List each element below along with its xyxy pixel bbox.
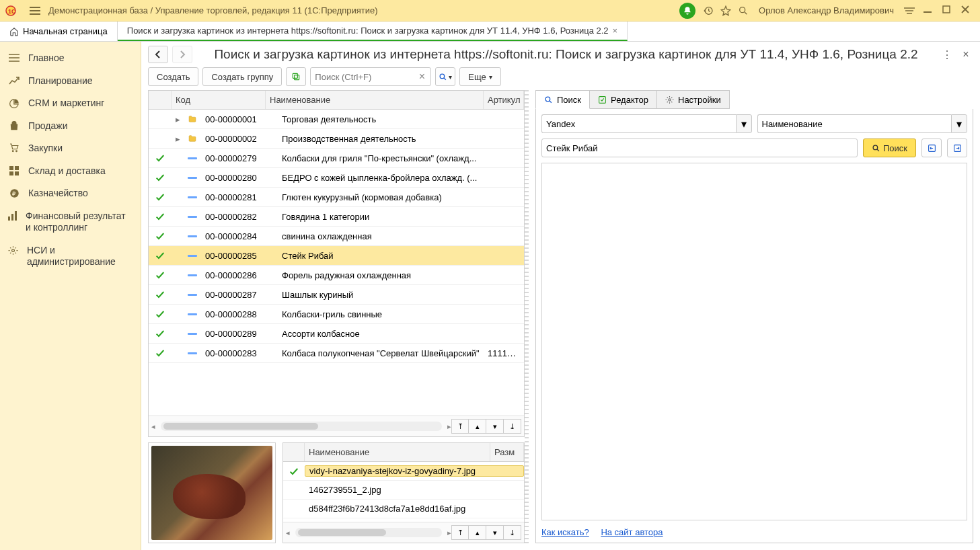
row-name: БЕДРО с кожей цыпленка-бройлера охлажд. …: [278, 173, 484, 183]
link-author[interactable]: На сайт автора: [601, 527, 663, 537]
col-name[interactable]: Наименование: [266, 91, 484, 109]
col-mark[interactable]: [149, 91, 172, 109]
scroll-down-button[interactable]: ▾: [486, 419, 504, 434]
files-scroll-top-button[interactable]: ⤒: [451, 525, 469, 540]
nav-forward-button[interactable]: [172, 46, 192, 63]
nav-item-purchases[interactable]: Закупки: [0, 137, 141, 160]
files-h-scrollbar[interactable]: [295, 528, 442, 537]
item-icon: [184, 333, 201, 335]
page-close-icon[interactable]: ×: [958, 48, 973, 61]
section-nav: Главное Планирование CRM и маркетинг Про…: [0, 42, 141, 550]
svg-text:1C: 1C: [8, 8, 16, 15]
nav-item-finance[interactable]: Финансовый результат и контроллинг: [0, 205, 141, 239]
copy-button[interactable]: [286, 67, 306, 86]
svg-point-17: [12, 151, 13, 152]
table-row[interactable]: ▸00-00000002Производственная деятельност…: [149, 129, 524, 149]
export-button[interactable]: [947, 139, 967, 157]
files-scroll-up-button[interactable]: ▴: [469, 525, 486, 540]
col-code[interactable]: Код: [172, 91, 266, 109]
table-row[interactable]: ▸00-00000279Колбаски для гриля "По-крест…: [149, 149, 524, 168]
window-close-icon[interactable]: [956, 5, 975, 15]
notifications-icon[interactable]: [679, 3, 695, 19]
file-row[interactable]: d584ff23f6b72413d8cfa7a1e8dd16af.jpg: [283, 500, 524, 518]
tab-close-icon[interactable]: ×: [613, 26, 618, 36]
row-name: Ассорти колбасное: [278, 329, 484, 339]
bag-icon: [8, 120, 20, 131]
scroll-top-button[interactable]: ⤒: [451, 419, 469, 434]
nav-label: CRM и маркетинг: [28, 97, 104, 110]
col-article[interactable]: Артикул: [484, 91, 524, 109]
expand-icon[interactable]: ▸: [172, 114, 184, 124]
row-name: Колбаски для гриля "По-крестьянски" (охл…: [278, 153, 484, 163]
history-icon[interactable]: [700, 2, 717, 19]
table-row[interactable]: ▸00-00000281Глютен кукурузный (кормовая …: [149, 188, 524, 207]
nav-item-sales[interactable]: Продажи: [0, 115, 141, 138]
h-scrollbar[interactable]: [161, 422, 442, 431]
vertical-splitter[interactable]: [525, 90, 529, 543]
search-button[interactable]: ▾: [435, 67, 455, 86]
nav-item-treasury[interactable]: ₽Казначейство: [0, 182, 141, 205]
expand-icon[interactable]: ▸: [172, 134, 184, 144]
svg-rect-26: [11, 214, 13, 221]
file-row[interactable]: vidy-i-nazvaniya-stejkov-iz-govyadiny-7.…: [283, 462, 524, 481]
engine-select-dropdown[interactable]: ▾: [736, 114, 752, 133]
table-row[interactable]: ▸00-00000285Стейк Рибай: [149, 246, 524, 266]
user-name[interactable]: Орлов Александр Владимирович: [759, 5, 894, 15]
window-maximize-icon[interactable]: [937, 5, 956, 15]
window-minimize-icon[interactable]: [918, 5, 937, 15]
create-button[interactable]: Создать: [148, 67, 198, 86]
image-preview[interactable]: [148, 442, 276, 543]
nav-item-crm[interactable]: CRM и маркетинг: [0, 92, 141, 115]
table-row[interactable]: ▸00-00000284свинина охлажденная: [149, 227, 524, 246]
scroll-bottom-button[interactable]: ⤓: [504, 419, 521, 434]
nav-back-button[interactable]: [148, 46, 168, 63]
more-button[interactable]: Еще▾: [459, 67, 500, 86]
right-tab-search[interactable]: Поиск: [535, 90, 590, 109]
row-code: 00-00000289: [201, 329, 278, 339]
nav-item-admin[interactable]: НСИ и администрирование: [0, 239, 141, 274]
table-row[interactable]: ▸00-00000288Колбаски-гриль свинные: [149, 305, 524, 324]
files-col-mark[interactable]: [283, 443, 305, 461]
favorites-icon[interactable]: [717, 2, 734, 19]
main-menu-icon[interactable]: [28, 4, 42, 17]
engine-select-value[interactable]: [541, 114, 736, 133]
left-column: Код Наименование Артикул ▸00-00000001Тор…: [148, 90, 525, 543]
files-scroll-bottom-button[interactable]: ⤓: [504, 525, 521, 540]
global-search-icon[interactable]: [734, 2, 752, 19]
right-tab-settings[interactable]: Настройки: [657, 90, 730, 109]
tab-home[interactable]: Начальная страница: [0, 22, 118, 41]
table-row[interactable]: ▸00-00000287Шашлык куриный: [149, 285, 524, 305]
table-row[interactable]: ▸00-00000001Торговая деятельность: [149, 110, 524, 129]
files-scroll-down-button[interactable]: ▾: [486, 525, 504, 540]
table-row[interactable]: ▸00-00000280БЕДРО с кожей цыпленка-бройл…: [149, 168, 524, 188]
right-tab-editor[interactable]: Редактор: [590, 90, 657, 109]
panel-settings-icon[interactable]: [901, 2, 918, 19]
search-input[interactable]: [310, 67, 431, 86]
svg-text:₽: ₽: [12, 191, 15, 197]
tab-active[interactable]: Поиск и загрузка картинок из интернета h…: [118, 22, 628, 41]
files-col-size[interactable]: Разм: [490, 443, 524, 461]
table-row[interactable]: ▸00-00000282Говядина 1 категории: [149, 207, 524, 227]
searchby-select: ▾: [757, 114, 968, 133]
nav-label: Продажи: [28, 120, 67, 132]
link-howto[interactable]: Как искать?: [541, 527, 589, 537]
search-clear-icon[interactable]: ×: [415, 70, 428, 83]
query-input[interactable]: [541, 139, 858, 157]
do-search-button[interactable]: Поиск: [863, 139, 916, 157]
file-row[interactable]: 1462739551_2.jpg: [283, 481, 524, 500]
table-row[interactable]: ▸00-00000286Форель радужная охлажденная: [149, 266, 524, 285]
table-row[interactable]: ▸00-00000283Колбаса полукопченая "Сервел…: [149, 344, 524, 363]
nav-item-planning[interactable]: Планирование: [0, 70, 141, 93]
create-group-button[interactable]: Создать группу: [202, 67, 282, 86]
page-more-icon[interactable]: ⋮: [940, 48, 954, 61]
files-col-name[interactable]: Наименование: [305, 443, 490, 461]
scroll-up-button[interactable]: ▴: [469, 419, 486, 434]
engine-select: ▾: [541, 114, 752, 133]
searchby-select-value[interactable]: [757, 114, 952, 133]
import-button[interactable]: [921, 139, 942, 157]
nav-item-warehouse[interactable]: Склад и доставка: [0, 160, 141, 183]
table-row[interactable]: ▸00-00000289Ассорти колбасное: [149, 324, 524, 344]
searchby-select-dropdown[interactable]: ▾: [951, 114, 967, 133]
nav-item-main[interactable]: Главное: [0, 47, 141, 70]
split-area: Код Наименование Артикул ▸00-00000001Тор…: [141, 90, 980, 550]
